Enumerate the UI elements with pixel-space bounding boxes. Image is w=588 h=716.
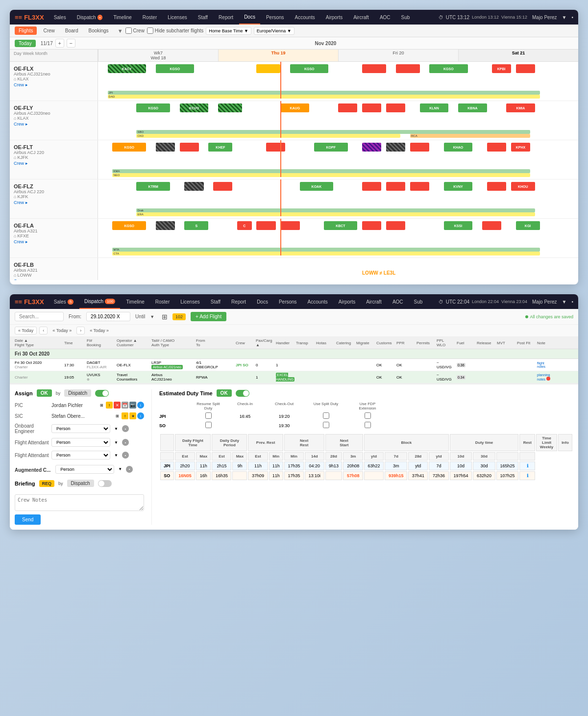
flight-r-flz2[interactable] — [362, 182, 381, 191]
flight-r-fly1[interactable] — [338, 103, 357, 112]
flight-koak[interactable]: KOAK — [300, 182, 334, 191]
engineer-dropdown-arrow[interactable]: ▼ — [114, 427, 118, 431]
nav2-docs[interactable]: Docs — [252, 294, 273, 309]
pic-photo-icon[interactable]: 📷 — [129, 402, 136, 409]
nav-aoc[interactable]: AOC — [375, 10, 395, 25]
chevron-down-icon-1[interactable]: ▼ — [562, 15, 567, 20]
flight-g-fla1[interactable]: S — [184, 221, 208, 230]
sub-tab-flights[interactable]: Flights — [15, 26, 37, 35]
nav2-accounts[interactable]: Accounts — [303, 294, 333, 309]
nav2-persons[interactable]: Persons — [274, 294, 302, 309]
flight-r-fla2[interactable] — [256, 221, 275, 230]
flight-r-flt2[interactable] — [410, 143, 429, 152]
flight-r-fly2[interactable] — [362, 103, 381, 112]
flight-khef[interactable]: KHEF — [208, 143, 232, 152]
pic-warning-icon[interactable]: ! — [106, 402, 113, 409]
crew-filter[interactable]: Crew — [125, 27, 145, 34]
next-btn[interactable]: › — [76, 327, 85, 334]
aug-dropdown-arrow[interactable]: ▼ — [118, 467, 122, 471]
user-menu-1[interactable]: Majo Perez — [532, 15, 557, 20]
flight-r-flz3[interactable] — [386, 182, 405, 191]
nav-aircraft[interactable]: Aircraft — [348, 10, 374, 25]
nav2-staff[interactable]: Staff — [206, 294, 225, 309]
menu-dots-1[interactable]: • — [571, 15, 573, 20]
sic-info-icon[interactable]: i — [137, 412, 144, 419]
flight-kssi[interactable]: KSSI — [444, 221, 473, 230]
user-menu-2[interactable]: Majo Perez — [532, 299, 557, 305]
nav2-aoc[interactable]: AOC — [388, 294, 408, 309]
engineer-person-select[interactable]: Person — [51, 424, 110, 433]
duty-toggle[interactable] — [236, 390, 249, 397]
flight-khou[interactable]: KHOU — [511, 182, 535, 191]
jpi-split-checkbox[interactable] — [323, 412, 329, 419]
nav-airports[interactable]: Airports — [321, 10, 347, 25]
crew-notes-textarea[interactable] — [15, 494, 144, 511]
chevron-down-icon-2[interactable]: ▼ — [562, 299, 567, 305]
menu-dots-2[interactable]: • — [571, 299, 573, 305]
crew-link-oefly[interactable]: Crew ▸ — [14, 122, 94, 127]
flight-sp1[interactable] — [362, 143, 381, 152]
sub-tab-board[interactable]: Board — [61, 26, 82, 35]
crew-link-oeflb[interactable]: Crew ▸ — [14, 279, 94, 280]
flight-kbna[interactable]: KBNA — [458, 103, 487, 112]
crew-checkbox[interactable] — [125, 27, 132, 34]
flight-r-fla6[interactable] — [482, 221, 501, 230]
pic-link-icon[interactable]: ⊞ — [98, 402, 105, 409]
assign-toggle[interactable] — [95, 390, 109, 397]
flight-kphx[interactable]: KPHX — [511, 143, 530, 152]
flight-sk2[interactable] — [386, 143, 405, 152]
flight-r-flz5[interactable] — [487, 182, 506, 191]
flight-red3[interactable] — [516, 64, 535, 73]
sub-tab-bookings[interactable]: Bookings — [84, 26, 112, 35]
flight-kcvo[interactable]: KCVO — [180, 103, 209, 112]
flight-kopf[interactable]: KOPF — [314, 143, 348, 152]
sic-star-icon[interactable]: ★ — [129, 412, 136, 419]
zoom-out-btn[interactable]: − — [67, 39, 75, 48]
so-info-btn[interactable]: ℹ — [519, 471, 535, 480]
search-input[interactable] — [15, 312, 64, 321]
nav-roster[interactable]: Roster — [138, 10, 162, 25]
zoom-in-btn[interactable]: + — [55, 39, 64, 48]
nav2-sales[interactable]: Sales5 — [49, 294, 78, 309]
nav-dispatch[interactable]: Dispatch• — [72, 10, 108, 25]
flight-kacy[interactable]: KACY — [108, 64, 146, 73]
until-arrow[interactable]: ▼ — [150, 314, 154, 319]
flight-red1[interactable] — [362, 64, 386, 73]
flight-khao[interactable]: KHAO — [444, 143, 473, 152]
nav-licenses[interactable]: Licenses — [163, 10, 192, 25]
flight-sk-fla1[interactable] — [156, 221, 175, 230]
subcharter-checkbox[interactable] — [147, 27, 153, 34]
pic-info-icon[interactable]: i — [137, 402, 144, 409]
crew-link-oeflz[interactable]: Crew ▸ — [14, 200, 94, 205]
flight-red2[interactable] — [396, 64, 420, 73]
flight-kgso2[interactable]: KGSO — [290, 64, 328, 73]
from-date-input[interactable] — [86, 312, 130, 321]
jpi-info-btn[interactable]: ℹ — [519, 461, 535, 470]
flight-pink1[interactable] — [266, 143, 285, 152]
flight-klnn[interactable]: KLNN — [420, 103, 449, 112]
add-flight-button[interactable]: + Add Flight — [191, 312, 226, 321]
pic-calendar-icon[interactable]: 📅 — [122, 402, 128, 409]
flight-r-fla5[interactable] — [386, 221, 405, 230]
flight-kpbi[interactable]: KPBI — [492, 64, 511, 73]
nav-staff[interactable]: Staff — [193, 10, 213, 25]
flight-kgso-fla[interactable]: KGSO — [112, 221, 146, 230]
flight-kbct[interactable]: KBCT — [324, 221, 358, 230]
flight-kvny[interactable]: KVNY — [444, 182, 473, 191]
home-base-select[interactable]: Home Base Time ▼ — [206, 27, 251, 35]
nav-docs[interactable]: Docs — [239, 10, 260, 25]
flight-r-flt3[interactable] — [487, 143, 506, 152]
flight-sk-flz1[interactable] — [184, 182, 203, 191]
nav-sales[interactable]: Sales — [49, 10, 71, 25]
crew-link-oefla[interactable]: Crew ▸ — [14, 239, 94, 244]
so-fdp-checkbox[interactable] — [365, 422, 371, 428]
pic-error-icon[interactable]: ✕ — [114, 402, 121, 409]
briefing-toggle[interactable] — [98, 480, 112, 487]
nav-sub[interactable]: Sub — [396, 10, 415, 25]
jpi-resume-checkbox[interactable] — [205, 412, 212, 419]
filter-funnel-icon[interactable]: ⊞ — [162, 313, 168, 321]
filter-icon-1[interactable]: ▼ — [118, 28, 123, 34]
flight-yellow1[interactable] — [256, 64, 280, 73]
nav2-aircraft[interactable]: Aircraft — [361, 294, 387, 309]
flight-r-flz1[interactable] — [213, 182, 232, 191]
